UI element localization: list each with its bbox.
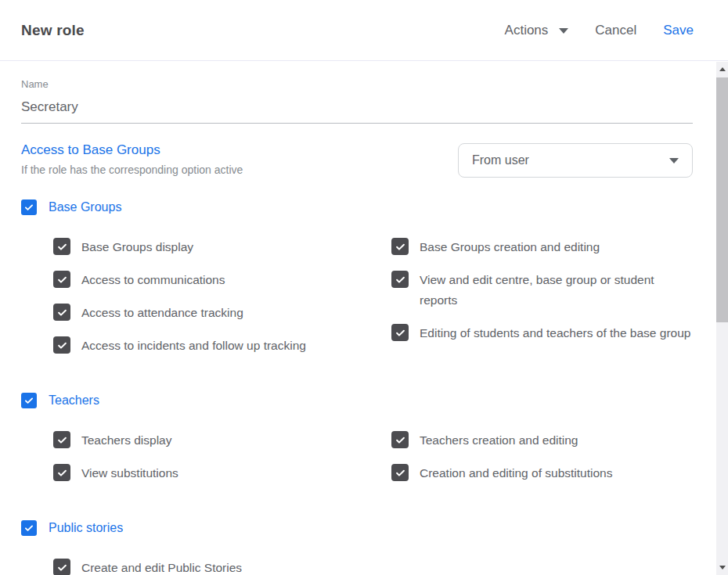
section-header: Teachers: [21, 393, 693, 408]
permission-label: Access to attendance tracking: [81, 303, 243, 323]
permission-label: Access to incidents and follow up tracki…: [81, 336, 306, 356]
check-icon: [23, 523, 34, 534]
actions-button-label: Actions: [505, 23, 549, 38]
section-checkbox[interactable]: [21, 393, 37, 408]
permission-label: Create and edit Public Stories: [81, 558, 242, 575]
access-source-value: From user: [472, 153, 529, 167]
permission-checkbox[interactable]: [391, 271, 409, 288]
section-columns: Teachers display View substitutions Teac…: [21, 430, 693, 496]
permission-item: Base Groups creation and editing: [391, 237, 693, 257]
permission-section: Teachers Teachers display View substitut…: [21, 393, 693, 496]
name-field: Name: [21, 78, 693, 124]
check-icon: [56, 307, 68, 318]
section-label[interactable]: Public stories: [49, 521, 123, 535]
page-title: New role: [21, 22, 85, 39]
check-icon: [56, 434, 68, 446]
permission-item: Access to incidents and follow up tracki…: [53, 336, 391, 356]
permission-checkbox[interactable]: [53, 559, 70, 575]
permission-label: Teachers display: [81, 430, 171, 451]
permission-label: Teachers creation and editing: [420, 430, 578, 451]
role-form: Name Access to Base Groups If the role h…: [0, 61, 716, 575]
section-columns: Base Groups display Access to communicat…: [21, 237, 693, 368]
check-icon: [395, 327, 406, 339]
name-input[interactable]: [21, 98, 693, 124]
permission-label: Creation and editing of substitutions: [420, 463, 612, 483]
access-subtitle: If the role has the corresponding option…: [21, 164, 243, 176]
section-column-right: Teachers creation and editing Creation a…: [391, 430, 693, 496]
permission-section: Public stories Create and edit Public St…: [21, 520, 693, 575]
permission-item: Access to communications: [53, 270, 391, 290]
access-title-link[interactable]: Access to Base Groups: [21, 142, 243, 158]
actions-button[interactable]: Actions: [505, 23, 569, 38]
permission-item: Create and edit Public Stories: [53, 558, 391, 575]
check-icon: [395, 467, 406, 479]
scrollbar-thumb[interactable]: [716, 77, 728, 322]
permission-checkbox[interactable]: [53, 336, 70, 354]
check-icon: [56, 467, 68, 479]
access-row: Access to Base Groups If the role has th…: [21, 142, 693, 178]
check-icon: [395, 274, 406, 286]
check-icon: [395, 434, 406, 446]
scrollbar-down-arrow-icon[interactable]: [716, 562, 728, 573]
permission-item: Teachers creation and editing: [391, 430, 693, 451]
section-header: Base Groups: [21, 199, 693, 215]
dropdown-arrow-icon: [669, 158, 679, 164]
section-header: Public stories: [21, 520, 693, 536]
permission-checkbox[interactable]: [53, 431, 70, 448]
cancel-button[interactable]: Cancel: [595, 23, 636, 38]
permission-item: Teachers display: [53, 430, 391, 451]
permission-checkbox[interactable]: [53, 464, 70, 481]
permission-item: Access to attendance tracking: [53, 303, 391, 323]
permission-checkbox[interactable]: [391, 238, 409, 255]
section-column-right: [391, 558, 693, 575]
permission-checkbox[interactable]: [53, 238, 70, 255]
access-text: Access to Base Groups If the role has th…: [21, 142, 243, 176]
permission-label: View and edit centre, base group or stud…: [420, 270, 693, 311]
permission-sections: Base Groups Base Groups display Access t…: [21, 199, 693, 575]
section-label[interactable]: Teachers: [49, 394, 99, 408]
permission-checkbox[interactable]: [391, 431, 409, 448]
section-checkbox[interactable]: [21, 520, 37, 536]
check-icon: [23, 202, 34, 213]
permission-item: View and edit centre, base group or stud…: [391, 270, 693, 311]
header: New role Actions Cancel Save: [0, 0, 728, 61]
section-label[interactable]: Base Groups: [49, 200, 121, 214]
scrollbar-up-arrow-icon[interactable]: [716, 63, 728, 75]
permission-item: Editing of students and teachers of the …: [391, 323, 693, 343]
check-icon: [23, 395, 34, 406]
permission-section: Base Groups Base Groups display Access t…: [21, 199, 693, 368]
check-icon: [56, 562, 68, 573]
section-column-right: Base Groups creation and editing View an…: [391, 237, 693, 368]
permission-checkbox[interactable]: [53, 271, 70, 288]
section-column-left: Teachers display View substitutions: [53, 430, 391, 496]
section-column-left: Create and edit Public Stories: [53, 558, 391, 575]
permission-label: Editing of students and teachers of the …: [420, 323, 690, 343]
permission-label: View substitutions: [81, 463, 178, 483]
header-actions: Actions Cancel Save: [505, 23, 694, 38]
permission-label: Base Groups display: [81, 237, 193, 257]
permission-checkbox[interactable]: [391, 324, 409, 341]
chevron-down-icon: [559, 28, 568, 34]
access-source-dropdown[interactable]: From user: [458, 143, 693, 178]
save-button[interactable]: Save: [663, 23, 694, 38]
section-checkbox[interactable]: [21, 199, 37, 215]
permission-item: Base Groups display: [53, 237, 391, 257]
permission-label: Base Groups creation and editing: [420, 237, 600, 257]
section-columns: Create and edit Public Stories: [21, 558, 693, 575]
permission-checkbox[interactable]: [391, 464, 409, 481]
check-icon: [395, 241, 406, 253]
check-icon: [56, 340, 68, 351]
check-icon: [56, 241, 68, 253]
permission-checkbox[interactable]: [53, 304, 70, 321]
permission-item: View substitutions: [53, 463, 391, 483]
permission-item: Creation and editing of substitutions: [391, 463, 693, 483]
permission-label: Access to communications: [81, 270, 225, 290]
scrollbar[interactable]: [716, 62, 728, 575]
name-label: Name: [21, 78, 693, 90]
check-icon: [56, 274, 68, 286]
section-column-left: Base Groups display Access to communicat…: [53, 237, 391, 368]
